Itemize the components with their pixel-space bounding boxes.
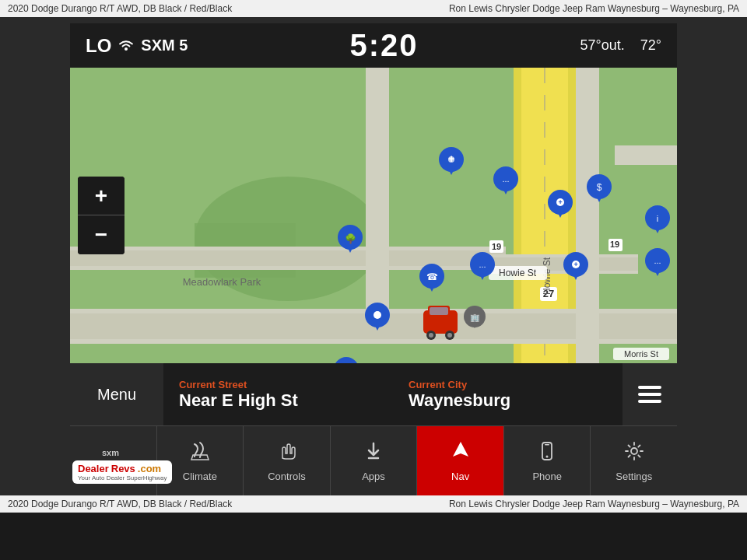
- svg-rect-13: [366, 68, 389, 309]
- hmi-display: LO SXM 5 5:20 57°out. 72°: [70, 23, 677, 495]
- city-value: Waynesburg: [409, 390, 607, 411]
- bottom-left-info: 2020 Dodge Durango R/T AWD, DB Black / R…: [8, 499, 232, 509]
- svg-rect-15: [615, 145, 677, 165]
- nav-item-apps[interactable]: Apps: [331, 426, 418, 495]
- svg-text:Morris St: Morris St: [624, 349, 658, 359]
- svg-text:$: $: [597, 182, 602, 193]
- svg-rect-84: [545, 444, 549, 446]
- svg-text:Meadowlark Park: Meadowlark Park: [183, 276, 261, 288]
- svg-text:🏢: 🏢: [470, 313, 480, 323]
- phone-icon: [535, 439, 559, 466]
- phone-label: Phone: [532, 471, 562, 482]
- controls-icon: [275, 439, 298, 466]
- street-label: Current Street: [179, 379, 377, 390]
- svg-point-34: [448, 156, 454, 163]
- hamburger-menu-button[interactable]: [622, 363, 677, 425]
- svg-text:+: +: [573, 261, 577, 268]
- svg-point-75: [429, 333, 433, 338]
- status-bar: LO SXM 5 5:20 57°out. 72°: [70, 23, 677, 68]
- svg-rect-10: [70, 250, 506, 266]
- watermark-tagline: Your Auto Dealer SuperHighway: [78, 474, 167, 481]
- controls-label: Controls: [268, 471, 305, 482]
- watermark-logo: Dealer: [78, 463, 109, 474]
- svg-text:19: 19: [492, 242, 501, 251]
- svg-point-76: [447, 333, 452, 338]
- svg-marker-81: [453, 442, 468, 457]
- svg-text:+: +: [558, 198, 562, 206]
- navigation-info-bar: Menu Current Street Near E High St Curre…: [70, 363, 677, 425]
- svg-text:Howie St: Howie St: [499, 268, 537, 278]
- settings-label: Settings: [615, 471, 652, 482]
- svg-text:...: ...: [502, 174, 509, 184]
- nav-item-controls[interactable]: Controls: [244, 426, 331, 495]
- sxm-label: SXM 5: [141, 37, 188, 54]
- svg-text:19: 19: [610, 240, 619, 249]
- svg-text:...: ...: [479, 260, 486, 269]
- svg-point-85: [631, 448, 637, 454]
- svg-point-0: [124, 47, 128, 51]
- apps-icon: [362, 439, 385, 466]
- svg-rect-14: [576, 68, 599, 363]
- status-right: 57°out. 72°: [580, 37, 661, 54]
- zoom-out-button[interactable]: −: [78, 215, 124, 254]
- top-left-info: 2020 Dodge Durango R/T AWD, DB Black / R…: [8, 3, 232, 14]
- nav-label: Nav: [451, 471, 469, 482]
- outdoor-temp: 57°out.: [580, 37, 625, 54]
- zoom-controls: + −: [78, 177, 124, 254]
- climate-icon: [188, 439, 212, 466]
- svg-text:🌳: 🌳: [345, 233, 356, 244]
- status-left: LO SXM 5: [86, 35, 188, 57]
- map-display[interactable]: 27 27 19 19 19 19 Howie St Howie St Morr…: [70, 68, 677, 363]
- svg-point-83: [546, 456, 549, 458]
- time-display: 5:20: [349, 28, 418, 63]
- watermark: DealerRevs.com Your Auto Dealer SuperHig…: [72, 460, 172, 484]
- svg-text:...: ...: [654, 256, 661, 265]
- svg-text:☎: ☎: [426, 271, 438, 282]
- bottom-right-info: Ron Lewis Chrysler Dodge Jeep Ram Waynes…: [449, 499, 739, 509]
- svg-text:i: i: [657, 214, 658, 223]
- current-city-info: Current City Waynesburg: [393, 363, 622, 425]
- climate-label: Climate: [183, 471, 217, 482]
- city-label: Current City: [409, 379, 607, 390]
- nav-item-phone[interactable]: Phone: [504, 426, 591, 495]
- current-street-info: Current Street Near E High St: [163, 363, 393, 425]
- settings-icon: [622, 439, 646, 466]
- menu-button[interactable]: Menu: [70, 363, 163, 425]
- top-right-info: Ron Lewis Chrysler Dodge Jeep Ram Waynes…: [449, 3, 739, 14]
- lo-label: LO: [86, 35, 111, 57]
- interior-temp: 72°: [640, 37, 661, 54]
- signal-icon: [117, 37, 135, 54]
- nav-item-nav[interactable]: Nav: [417, 426, 504, 495]
- zoom-in-button[interactable]: +: [78, 177, 124, 215]
- nav-item-settings[interactable]: Settings: [591, 426, 677, 495]
- street-value: Near E High St: [179, 390, 377, 411]
- top-info-bar: 2020 Dodge Durango R/T AWD, DB Black / R…: [0, 0, 747, 17]
- svg-text:sxm: sxm: [102, 448, 119, 457]
- nav-icon: [449, 439, 472, 466]
- svg-point-66: [374, 311, 381, 319]
- svg-rect-72: [430, 307, 448, 315]
- bottom-info-bar: 2020 Dodge Durango R/T AWD, DB Black / R…: [0, 495, 747, 513]
- hamburger-icon: [638, 386, 661, 403]
- apps-label: Apps: [362, 471, 385, 482]
